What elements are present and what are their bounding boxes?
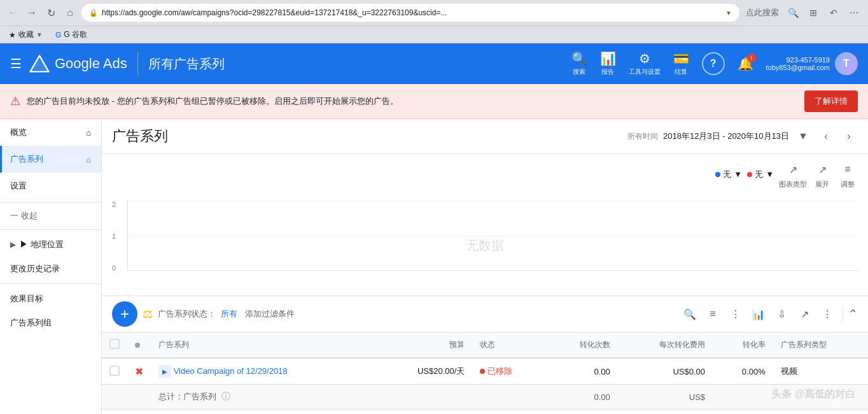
- chart-type-button[interactable]: ↗: [783, 159, 803, 180]
- chart-type-label: 图表类型: [779, 180, 807, 189]
- bookmark-label: 收藏: [18, 29, 34, 40]
- chart-selector-2[interactable]: 无 ▼: [747, 169, 774, 180]
- chart-expand-button[interactable]: ↗: [812, 159, 832, 180]
- date-range-label: 所有时间: [627, 131, 658, 142]
- back-button[interactable]: ←: [5, 5, 20, 20]
- table-expand-button[interactable]: ↗: [794, 304, 815, 324]
- notifications-button[interactable]: 🔔 !: [738, 56, 753, 71]
- warning-icon: ⚠: [10, 94, 20, 108]
- billing-button[interactable]: 💳 结算: [673, 51, 689, 76]
- user-details: 923-457-5919 toby853@gmail.com: [766, 56, 830, 71]
- hamburger-menu-icon[interactable]: ☰: [10, 56, 22, 71]
- sidebar-item-geo[interactable]: ▶ ▶ 地理位置: [0, 232, 101, 257]
- row-status-cell: 已移除: [472, 358, 547, 385]
- tools-icon: ⚙: [639, 51, 650, 66]
- app-name-text: Google Ads: [55, 55, 127, 72]
- chart-y-label-1: 1: [112, 232, 116, 240]
- column-conversions-label: 转化次数: [580, 340, 610, 349]
- expand-arrow-icon: ▶: [10, 240, 16, 249]
- reports-label: 报告: [601, 68, 614, 76]
- total-conversions-cell: 0.00: [547, 385, 618, 410]
- sidebar-item-overview[interactable]: 概览 ⌂: [0, 119, 101, 146]
- row-checkbox[interactable]: [109, 366, 120, 376]
- home-icon: ⌂: [86, 128, 91, 138]
- user-info-area[interactable]: 923-457-5919 toby853@gmail.com T: [766, 52, 858, 75]
- table-segment-button[interactable]: ≡: [703, 304, 723, 324]
- no-data-label: 无数据: [466, 236, 504, 253]
- forward-button[interactable]: →: [24, 5, 39, 20]
- sidebar-item-settings[interactable]: 设置: [0, 173, 101, 199]
- table-chart-button[interactable]: 📊: [748, 304, 769, 324]
- search-browser-button[interactable]: 🔍: [784, 4, 802, 22]
- user-email: toby853@gmail.com: [766, 64, 830, 71]
- column-campaign-label: 广告系列: [158, 340, 189, 349]
- table-toolbar: + ⚖ 广告系列状态： 所有 添加过滤条件 🔍 ≡ ⋮ 📊 ⇩ ↗ ⋮ ⌃: [102, 296, 868, 332]
- bookmark-chevron: ▼: [36, 31, 43, 38]
- table-action-icons: 🔍 ≡ ⋮ 📊 ⇩ ↗ ⋮ ⌃: [680, 304, 858, 324]
- date-range-value: 2018年12月3日 - 2020年10月13日: [663, 131, 789, 142]
- learn-more-button[interactable]: 了解详情: [804, 90, 858, 112]
- tools-button[interactable]: ⚙ 工具与设置: [629, 51, 661, 76]
- filter-icon: ⚖: [143, 307, 153, 321]
- header-checkbox[interactable]: [109, 339, 120, 349]
- url-text: https://ads.google.com/aw/campaigns?ocid…: [102, 8, 722, 17]
- user-phone: 923-457-5919: [766, 56, 830, 64]
- sidebar-item-campaign-groups[interactable]: 广告系列组: [0, 311, 101, 335]
- bookmarks-bar: ★ 收藏 ▼ G G 谷歌: [0, 25, 868, 43]
- selector1-dot: [715, 172, 720, 177]
- add-campaign-button[interactable]: +: [112, 301, 137, 327]
- chart-expand-control: ↗ 展开: [812, 159, 832, 189]
- header-status-dot: [135, 343, 140, 348]
- table-download-button[interactable]: ⇩: [771, 304, 792, 324]
- sidebar-divider-3: [0, 283, 101, 284]
- row-removed-icon: ✖: [135, 366, 143, 377]
- status-removed-text: 已移除: [487, 366, 512, 377]
- avatar: T: [835, 52, 858, 75]
- total-cost-cell: US$: [618, 385, 713, 410]
- search-label: 搜索: [573, 68, 585, 76]
- header-conversions-col: 转化次数: [547, 332, 618, 358]
- grid-line-top: [128, 201, 858, 201]
- billing-icon: 💳: [673, 51, 689, 66]
- chart-selector-1[interactable]: 无 ▼: [715, 169, 742, 180]
- collapse-label: 一 收起: [10, 210, 38, 222]
- table-search-button[interactable]: 🔍: [680, 304, 700, 324]
- sidebar-divider-2: [0, 229, 101, 230]
- campaign-name-link[interactable]: Video Campaign of 12/29/2018: [174, 366, 288, 376]
- sidebar-item-campaigns[interactable]: 广告系列 ⌂: [0, 146, 101, 173]
- row-rate-cell: 0.00%: [713, 358, 773, 385]
- total-budget-cell: [375, 385, 472, 410]
- bookmark-collections[interactable]: ★ 收藏 ▼: [5, 28, 46, 41]
- grid-button[interactable]: ⊞: [804, 4, 822, 22]
- chart-adjust-button[interactable]: ≡: [837, 159, 858, 180]
- sidebar-item-goals[interactable]: 效果目标: [0, 287, 101, 311]
- table-columns-button[interactable]: ⋮: [725, 304, 746, 324]
- video-campaign-icon: ▶: [158, 365, 171, 378]
- more-button[interactable]: ⋯: [845, 4, 863, 22]
- total-label-cell: 总计：广告系列 ⓘ: [151, 385, 375, 410]
- date-prev-button[interactable]: ‹: [817, 127, 835, 145]
- table-more-button[interactable]: ⋮: [817, 304, 837, 324]
- sidebar-item-history[interactable]: 更改历史记录: [0, 257, 101, 281]
- header-divider: [137, 52, 138, 75]
- refresh-button[interactable]: ↻: [43, 5, 59, 20]
- search-icon: 🔍: [571, 51, 587, 66]
- undo-button[interactable]: ↶: [825, 4, 843, 22]
- bookmark-google[interactable]: G G 谷歌: [52, 28, 91, 41]
- filter-status-value[interactable]: 所有: [221, 308, 237, 320]
- date-dropdown-button[interactable]: ▼: [794, 127, 812, 145]
- address-bar[interactable]: 🔒 https://ads.google.com/aw/campaigns?oc…: [81, 4, 739, 22]
- reports-button[interactable]: 📊 报告: [600, 51, 616, 76]
- sidebar-campaign-groups-label: 广告系列组: [10, 317, 52, 329]
- sidebar-collapse-button[interactable]: 一 收起: [0, 205, 101, 227]
- help-button[interactable]: ?: [702, 52, 725, 75]
- search-header-button[interactable]: 🔍 搜索: [571, 51, 587, 76]
- header-name-col: 广告系列: [151, 332, 375, 358]
- add-filter-button[interactable]: 添加过滤条件: [245, 308, 295, 320]
- table-collapse-button[interactable]: ⌃: [848, 307, 858, 321]
- home-button[interactable]: ⌂: [62, 5, 78, 20]
- chart-y-label-2: 2: [112, 201, 116, 208]
- date-next-button[interactable]: ›: [840, 127, 858, 145]
- header-page-subtitle: 所有广告系列: [148, 55, 225, 73]
- chart-expand-label: 展开: [815, 180, 829, 189]
